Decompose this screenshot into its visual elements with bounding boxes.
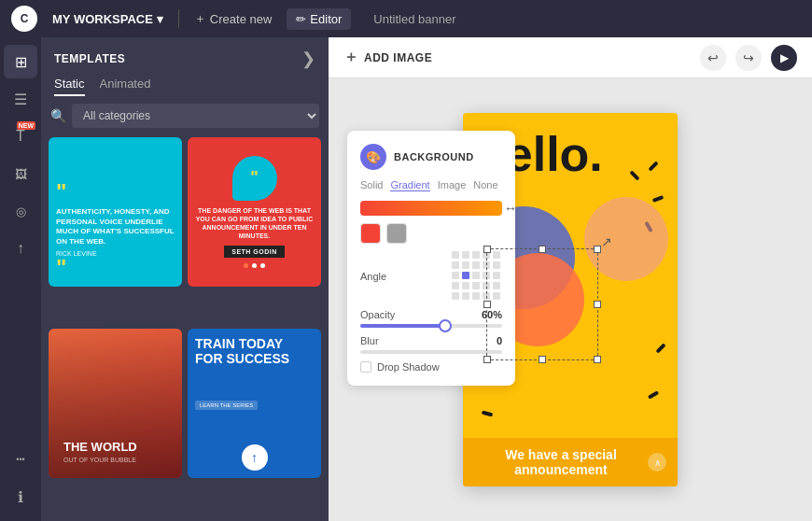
bg-tabs: Solid Gradient Image None (360, 179, 502, 191)
circle-pink (584, 197, 668, 281)
gradient-arrow-icon: ↔ (504, 201, 517, 216)
sidebar-item-elements[interactable]: ☰ (4, 82, 37, 116)
bg-tab-solid[interactable]: Solid (360, 179, 383, 191)
background-panel: 🎨 BACKGROUND Solid Gradient Image None ↔ (347, 131, 515, 386)
angle-row: Angle (360, 251, 502, 302)
new-badge: NEW (17, 121, 35, 130)
banner-announcement-text: We have a special announcement (474, 447, 648, 477)
banner-chevron-icon: ∧ (648, 453, 666, 472)
toolbar-actions: ↩ ↪ ▶ (700, 45, 797, 71)
play-button[interactable]: ▶ (771, 45, 797, 71)
blur-row: Blur 0 (360, 335, 502, 346)
opacity-row: Opacity 60% (360, 309, 502, 320)
angle-grid[interactable] (452, 251, 502, 302)
category-select[interactable]: All categories (72, 104, 319, 128)
color-stop-2[interactable] (386, 223, 407, 244)
templates-tabs: Static Animated (41, 77, 329, 104)
background-panel-icon: 🎨 (360, 144, 386, 170)
sidebar-item-photos[interactable]: 🖼 (4, 157, 37, 190)
main-area: ⊞ ☰ T NEW 🖼 ◎ ↑ ••• ℹ TEMPLATES ❯ Static… (0, 37, 812, 521)
templates-title: TEMPLATES (54, 52, 125, 65)
drop-shadow-checkbox[interactable] (360, 361, 371, 373)
sidebar-item-upload[interactable]: ↑ (4, 232, 37, 265)
color-stops (360, 223, 502, 244)
sidebar-item-brand[interactable]: ◎ (4, 194, 37, 228)
tab-animated[interactable]: Animated (100, 77, 151, 96)
sidebar-item-more[interactable]: ••• (4, 443, 37, 476)
color-stop-1[interactable] (360, 223, 381, 244)
templates-search: 🔍 All categories (41, 104, 329, 137)
search-icon: 🔍 (50, 108, 66, 123)
blur-slider[interactable] (360, 350, 502, 354)
gradient-bar[interactable] (360, 201, 502, 216)
template-card-1[interactable]: " AUTHENTICITY, HONESTY, AND PERSONAL VO… (49, 137, 182, 287)
drop-shadow-row: Drop Shadow (360, 361, 502, 373)
topbar-divider (178, 9, 179, 28)
editor-tab[interactable]: ✏ Editor (287, 8, 351, 30)
template-card-3[interactable]: THE WORLD OUT OF YOUR BUBBLE (49, 329, 182, 478)
templates-grid: " AUTHENTICITY, HONESTY, AND PERSONAL VO… (41, 137, 329, 521)
bg-tab-image[interactable]: Image (438, 179, 467, 191)
content-toolbar: ＋ ADD IMAGE ↩ ↪ ▶ (329, 37, 812, 78)
sidebar-item-text[interactable]: T NEW (4, 120, 37, 153)
create-new-button[interactable]: ＋ Create new (194, 10, 272, 27)
templates-header: TEMPLATES ❯ (41, 37, 329, 77)
templates-panel: TEMPLATES ❯ Static Animated 🔍 All catego… (41, 37, 329, 521)
banner-bottom: We have a special announcement ∧ (463, 438, 678, 486)
template-card-4[interactable]: TRAIN TODAY FOR SUCCESS LEARN THE SERIES… (188, 329, 321, 478)
logo: C (11, 6, 37, 32)
workspace-selector[interactable]: MY WORKSPACE ▾ (52, 12, 163, 26)
canvas-area: 🎨 BACKGROUND Solid Gradient Image None ↔ (329, 78, 812, 521)
redo-button[interactable]: ↪ (735, 45, 762, 71)
tab-static[interactable]: Static (54, 77, 85, 96)
bg-tab-gradient[interactable]: Gradient (390, 179, 429, 191)
template-card-2[interactable]: " THE DANGER OF THE WEB IS THAT YOU CAN … (188, 137, 321, 287)
bg-tab-none[interactable]: None (473, 179, 497, 191)
topbar: C MY WORKSPACE ▾ ＋ Create new ✏ Editor U… (0, 0, 812, 37)
document-title[interactable]: Untitled banner (373, 12, 455, 26)
sidebar-item-templates[interactable]: ⊞ (4, 45, 37, 78)
sidebar-item-info[interactable]: ℹ (4, 480, 37, 514)
icon-bar: ⊞ ☰ T NEW 🖼 ◎ ↑ ••• ℹ (0, 37, 41, 521)
opacity-slider[interactable] (360, 324, 502, 328)
templates-close-button[interactable]: ❯ (301, 49, 315, 69)
content-area: ＋ ADD IMAGE ↩ ↪ ▶ 🎨 BACKGROUND Solid Gra… (329, 37, 812, 521)
add-image-button[interactable]: ＋ ADD IMAGE (343, 48, 432, 67)
undo-button[interactable]: ↩ (700, 45, 726, 71)
